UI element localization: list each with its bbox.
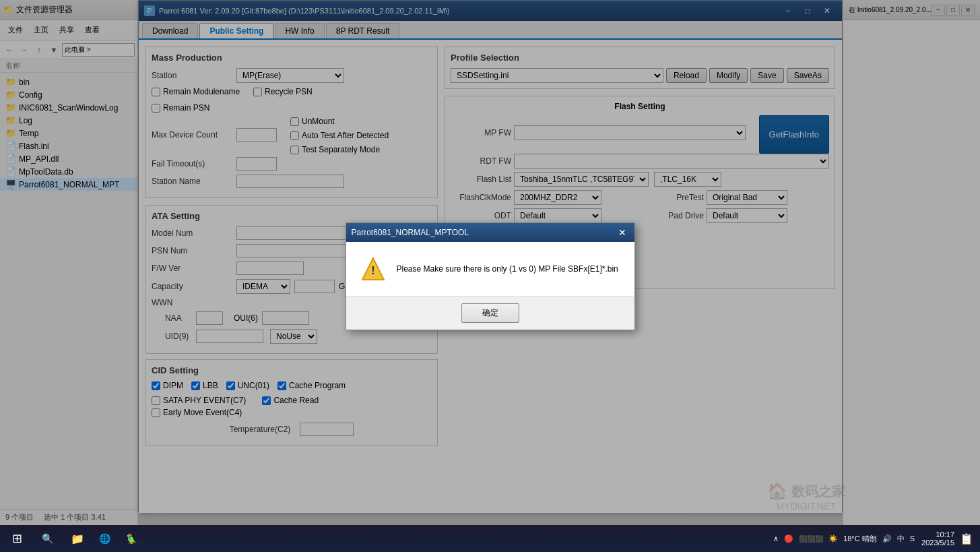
- taskbar-time-display: 10:17: [921, 530, 954, 539]
- taskbar-chrome[interactable]: 🌐: [91, 525, 118, 552]
- taskbar-right: ∧ 🔴 ⬛⬛⬛ ☀️ 18°C 晴朗 🔊 中 S 10:17 2023/5/15…: [773, 530, 980, 547]
- notification-btn[interactable]: 📋: [960, 532, 973, 545]
- dialog-overlay: Parrot6081_NORMAL_MPTOOL ✕ ! Please Make…: [0, 0, 980, 552]
- tray-chevron[interactable]: ∧: [773, 534, 779, 543]
- dialog-close-btn[interactable]: ✕: [616, 226, 629, 239]
- taskbar-app[interactable]: 🦜: [118, 525, 145, 552]
- taskbar-search[interactable]: 🔍: [34, 525, 61, 552]
- dialog: Parrot6081_NORMAL_MPTOOL ✕ ! Please Make…: [346, 222, 635, 330]
- dialog-title: Parrot6081_NORMAL_MPTOOL: [352, 228, 616, 237]
- warning-icon: !: [360, 255, 387, 282]
- taskbar-clock[interactable]: 10:17 2023/5/15: [921, 530, 954, 547]
- network-icon: 🔴: [784, 534, 793, 543]
- taskbar-file-explorer[interactable]: 📁: [64, 525, 91, 552]
- dialog-titlebar: Parrot6081_NORMAL_MPTOOL ✕: [346, 223, 634, 242]
- sys-tray: ∧ 🔴 ⬛⬛⬛ ☀️ 18°C 晴朗 🔊 中 S: [773, 534, 915, 544]
- dialog-body: ! Please Make sure there is only (1 vs 0…: [346, 242, 634, 296]
- dialog-ok-btn[interactable]: 确定: [461, 303, 519, 323]
- sound-icon: 🔊: [882, 534, 892, 543]
- taskbar-date-display: 2023/5/15: [921, 539, 954, 547]
- search-icon: 🔍: [42, 533, 53, 544]
- svg-text:!: !: [371, 265, 374, 276]
- taskbar-pinned-apps: 📁 🌐 🦜: [64, 525, 145, 552]
- dialog-message: Please Make sure there is only (1 vs 0) …: [397, 264, 618, 274]
- ime-icon: S: [910, 534, 915, 543]
- weather-icon: ☀️: [828, 534, 838, 543]
- network-icon2: ⬛⬛⬛: [799, 535, 823, 543]
- weather-text: 18°C 晴朗: [843, 534, 877, 544]
- start-button[interactable]: ⊞: [0, 525, 34, 552]
- taskbar: ⊞ 🔍 📁 🌐 🦜 ∧ 🔴 ⬛⬛⬛ ☀️ 18°C 晴朗 🔊 中 S 10:17…: [0, 525, 980, 552]
- dialog-footer: 确定: [346, 296, 634, 330]
- language-icon: 中: [897, 534, 905, 544]
- windows-icon: ⊞: [12, 531, 22, 546]
